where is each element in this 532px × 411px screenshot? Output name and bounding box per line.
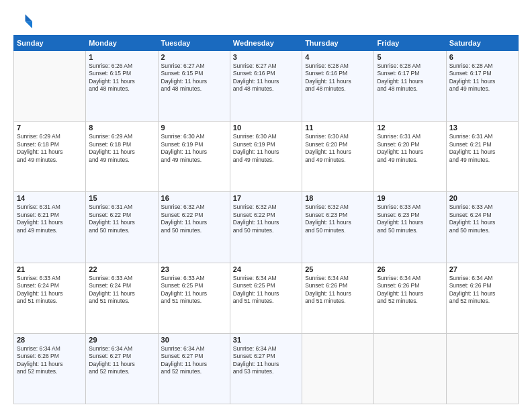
calendar-cell: 1Sunrise: 6:26 AMSunset: 6:15 PMDaylight… [86,51,158,122]
day-of-week-header: Wednesday [230,36,302,51]
day-info: Sunrise: 6:28 AMSunset: 6:17 PMDaylight:… [377,62,443,93]
day-of-week-header: Tuesday [158,36,230,51]
calendar-cell: 23Sunrise: 6:33 AMSunset: 6:25 PMDayligh… [158,263,230,333]
day-info: Sunrise: 6:31 AMSunset: 6:20 PMDaylight:… [377,133,443,164]
calendar-cell [446,333,518,404]
calendar-cell: 29Sunrise: 6:34 AMSunset: 6:27 PMDayligh… [86,333,158,404]
logo [13,11,35,30]
day-number: 16 [161,194,227,202]
day-info: Sunrise: 6:27 AMSunset: 6:16 PMDaylight:… [233,62,299,93]
calendar-week-row: 7Sunrise: 6:29 AMSunset: 6:18 PMDaylight… [14,122,519,192]
day-number: 12 [377,124,443,132]
day-number: 8 [89,124,154,132]
header [13,11,519,30]
day-info: Sunrise: 6:33 AMSunset: 6:25 PMDaylight:… [161,275,227,306]
day-number: 25 [305,265,371,273]
day-info: Sunrise: 6:27 AMSunset: 6:15 PMDaylight:… [161,62,227,93]
day-number: 31 [233,336,299,344]
day-number: 15 [89,194,154,202]
day-number: 18 [305,194,371,202]
day-of-week-header: Thursday [302,36,374,51]
calendar-cell: 24Sunrise: 6:34 AMSunset: 6:25 PMDayligh… [230,263,302,333]
calendar-cell: 14Sunrise: 6:31 AMSunset: 6:21 PMDayligh… [14,192,86,263]
day-info: Sunrise: 6:33 AMSunset: 6:24 PMDaylight:… [449,203,515,234]
calendar-cell [14,51,86,122]
calendar-cell: 27Sunrise: 6:34 AMSunset: 6:26 PMDayligh… [446,263,518,333]
calendar-week-row: 14Sunrise: 6:31 AMSunset: 6:21 PMDayligh… [14,192,519,263]
svg-marker-1 [26,21,33,29]
calendar-cell: 28Sunrise: 6:34 AMSunset: 6:26 PMDayligh… [14,333,86,404]
day-number: 11 [305,124,371,132]
day-info: Sunrise: 6:31 AMSunset: 6:21 PMDaylight:… [449,133,515,164]
calendar-cell: 30Sunrise: 6:34 AMSunset: 6:27 PMDayligh… [158,333,230,404]
calendar-header: SundayMondayTuesdayWednesdayThursdayFrid… [14,36,519,51]
day-number: 9 [161,124,227,132]
calendar-week-row: 21Sunrise: 6:33 AMSunset: 6:24 PMDayligh… [14,263,519,333]
calendar-week-row: 1Sunrise: 6:26 AMSunset: 6:15 PMDaylight… [14,51,519,122]
day-number: 30 [161,336,227,344]
page: SundayMondayTuesdayWednesdayThursdayFrid… [0,0,532,411]
day-info: Sunrise: 6:30 AMSunset: 6:19 PMDaylight:… [161,133,227,164]
calendar-cell: 21Sunrise: 6:33 AMSunset: 6:24 PMDayligh… [14,263,86,333]
day-info: Sunrise: 6:32 AMSunset: 6:22 PMDaylight:… [233,203,299,234]
calendar-cell: 6Sunrise: 6:28 AMSunset: 6:17 PMDaylight… [446,51,518,122]
day-number: 2 [161,53,227,61]
day-info: Sunrise: 6:34 AMSunset: 6:25 PMDaylight:… [233,275,299,306]
day-info: Sunrise: 6:33 AMSunset: 6:23 PMDaylight:… [377,203,443,234]
day-number: 28 [17,336,83,344]
svg-marker-0 [26,14,33,21]
day-of-week-header: Sunday [14,36,86,51]
day-number: 13 [449,124,515,132]
day-number: 19 [377,194,443,202]
day-number: 22 [89,265,154,273]
day-of-week-header: Friday [374,36,446,51]
calendar-cell: 10Sunrise: 6:30 AMSunset: 6:19 PMDayligh… [230,122,302,192]
calendar-cell: 19Sunrise: 6:33 AMSunset: 6:23 PMDayligh… [374,192,446,263]
day-number: 23 [161,265,227,273]
day-number: 10 [233,124,299,132]
day-info: Sunrise: 6:32 AMSunset: 6:23 PMDaylight:… [305,203,371,234]
calendar-cell: 25Sunrise: 6:34 AMSunset: 6:26 PMDayligh… [302,263,374,333]
day-info: Sunrise: 6:34 AMSunset: 6:26 PMDaylight:… [17,345,83,376]
day-info: Sunrise: 6:34 AMSunset: 6:27 PMDaylight:… [89,345,154,376]
day-number: 4 [305,53,371,61]
day-info: Sunrise: 6:33 AMSunset: 6:24 PMDaylight:… [89,275,154,306]
day-number: 20 [449,194,515,202]
day-info: Sunrise: 6:30 AMSunset: 6:19 PMDaylight:… [233,133,299,164]
calendar-cell: 3Sunrise: 6:27 AMSunset: 6:16 PMDaylight… [230,51,302,122]
day-info: Sunrise: 6:28 AMSunset: 6:16 PMDaylight:… [305,62,371,93]
day-of-week-header: Monday [86,36,158,51]
day-number: 21 [17,265,83,273]
day-info: Sunrise: 6:31 AMSunset: 6:21 PMDaylight:… [17,203,83,234]
day-number: 14 [17,194,83,202]
day-info: Sunrise: 6:34 AMSunset: 6:26 PMDaylight:… [305,275,371,306]
logo-icon [13,11,32,30]
day-info: Sunrise: 6:31 AMSunset: 6:22 PMDaylight:… [89,203,154,234]
day-info: Sunrise: 6:29 AMSunset: 6:18 PMDaylight:… [89,133,154,164]
day-number: 17 [233,194,299,202]
calendar-cell: 16Sunrise: 6:32 AMSunset: 6:22 PMDayligh… [158,192,230,263]
calendar-cell: 15Sunrise: 6:31 AMSunset: 6:22 PMDayligh… [86,192,158,263]
calendar-cell: 9Sunrise: 6:30 AMSunset: 6:19 PMDaylight… [158,122,230,192]
day-info: Sunrise: 6:34 AMSunset: 6:27 PMDaylight:… [233,345,299,376]
calendar-cell: 11Sunrise: 6:30 AMSunset: 6:20 PMDayligh… [302,122,374,192]
calendar-cell: 20Sunrise: 6:33 AMSunset: 6:24 PMDayligh… [446,192,518,263]
day-number: 1 [89,53,154,61]
day-number: 5 [377,53,443,61]
day-number: 26 [377,265,443,273]
day-info: Sunrise: 6:34 AMSunset: 6:26 PMDaylight:… [377,275,443,306]
calendar-cell [302,333,374,404]
day-number: 3 [233,53,299,61]
calendar-week-row: 28Sunrise: 6:34 AMSunset: 6:26 PMDayligh… [14,333,519,404]
days-of-week-row: SundayMondayTuesdayWednesdayThursdayFrid… [14,36,519,51]
day-info: Sunrise: 6:32 AMSunset: 6:22 PMDaylight:… [161,203,227,234]
calendar-cell: 4Sunrise: 6:28 AMSunset: 6:16 PMDaylight… [302,51,374,122]
calendar-cell: 26Sunrise: 6:34 AMSunset: 6:26 PMDayligh… [374,263,446,333]
calendar-cell: 31Sunrise: 6:34 AMSunset: 6:27 PMDayligh… [230,333,302,404]
day-info: Sunrise: 6:26 AMSunset: 6:15 PMDaylight:… [89,62,154,93]
calendar-cell: 13Sunrise: 6:31 AMSunset: 6:21 PMDayligh… [446,122,518,192]
calendar-cell: 5Sunrise: 6:28 AMSunset: 6:17 PMDaylight… [374,51,446,122]
day-info: Sunrise: 6:29 AMSunset: 6:18 PMDaylight:… [17,133,83,164]
calendar-body: 1Sunrise: 6:26 AMSunset: 6:15 PMDaylight… [14,51,519,404]
day-info: Sunrise: 6:33 AMSunset: 6:24 PMDaylight:… [17,275,83,306]
